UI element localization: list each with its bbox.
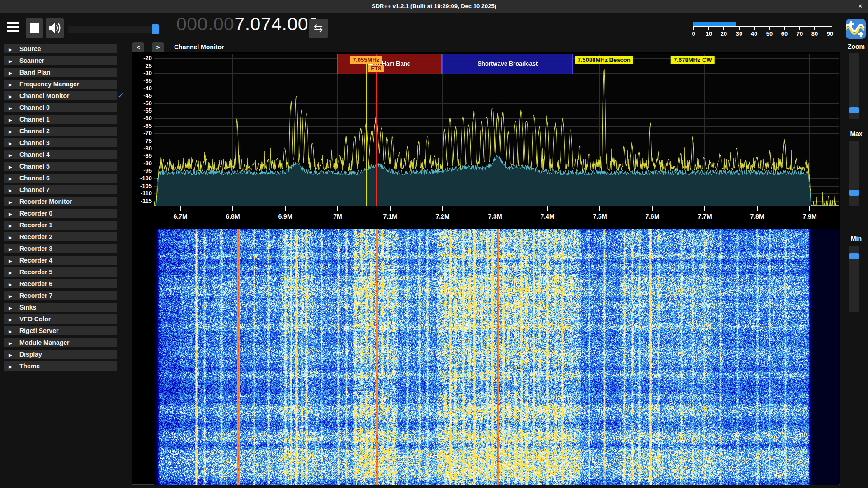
sidebar-item-channel-6[interactable]: ▶Channel 6 xyxy=(4,174,117,183)
volume-slider-handle[interactable] xyxy=(152,24,159,34)
sidebar-item-rigctl-server[interactable]: ▶Rigctl Server xyxy=(4,326,117,335)
freq-tick-label: 7.6M xyxy=(639,213,666,220)
sidebar-item-recorder-5[interactable]: ▶Recorder 5 xyxy=(4,267,117,277)
frequency-display[interactable]: 000.007.074.000 xyxy=(176,14,319,37)
sidebar-item-recorder-7[interactable]: ▶Recorder 7 xyxy=(4,291,117,300)
sidebar-item-channel-7[interactable]: ▶Channel 7 xyxy=(4,185,117,194)
sidebar-item-sinks[interactable]: ▶Sinks xyxy=(4,303,117,312)
snr-meter-axis xyxy=(693,26,832,27)
speaker-icon xyxy=(46,18,64,38)
db-tick-label: -65 xyxy=(133,122,152,129)
sidebar-item-label: Recorder 3 xyxy=(19,245,52,252)
sidebar-item-channel-monitor[interactable]: ▶Channel Monitor xyxy=(4,91,117,100)
expand-arrow-icon: ▶ xyxy=(9,163,15,172)
snr-meter-bar xyxy=(693,22,736,26)
db-tick-label: -50 xyxy=(133,100,152,107)
menu-forward-button[interactable]: > xyxy=(152,42,164,52)
frequency-main-digits[interactable]: 7.074.000 xyxy=(234,14,319,34)
sidebar-item-scanner[interactable]: ▶Scanner xyxy=(4,56,117,65)
sidebar-item-source[interactable]: ▶Source xyxy=(4,44,117,53)
sidebar-item-recorder-0[interactable]: ▶Recorder 0 xyxy=(4,209,117,218)
sidebar-item-theme[interactable]: ▶Theme xyxy=(4,361,117,371)
db-tick-label: -85 xyxy=(133,152,152,159)
bookmark-tag-7-5088mhz-beacon[interactable]: 7.5088MHz Beacon xyxy=(575,56,633,64)
freq-tick xyxy=(757,206,758,211)
snr-tick xyxy=(784,26,785,30)
sidebar-item-label: Theme xyxy=(19,362,40,370)
freq-tick-label: 6.7M xyxy=(167,213,194,220)
db-tick-label: -105 xyxy=(133,183,152,189)
sidebar-item-recorder-3[interactable]: ▶Recorder 3 xyxy=(4,244,117,253)
sidebar-item-label: Module Manager xyxy=(19,339,69,346)
sidebar-item-label: Channel 2 xyxy=(19,127,50,135)
db-tick-label: -45 xyxy=(133,92,152,99)
db-tick-label: -55 xyxy=(133,107,152,114)
db-tick-label: -20 xyxy=(133,55,152,61)
sidebar-item-channel-2[interactable]: ▶Channel 2 xyxy=(4,127,117,136)
freq-tick-label: 7.2M xyxy=(429,213,456,220)
band-shortwave-broadcast: Shortwave Broadcast xyxy=(442,54,573,74)
sidebar-item-channel-1[interactable]: ▶Channel 1 xyxy=(4,115,117,124)
sidebar-item-label: VFO Color xyxy=(19,315,51,323)
sidebar-item-recorder-2[interactable]: ▶Recorder 2 xyxy=(4,232,117,241)
sidebar-item-label: Recorder 4 xyxy=(19,257,52,264)
sidebar-item-label: Display xyxy=(19,351,42,358)
snr-tick xyxy=(814,26,815,30)
menu-back-button[interactable]: < xyxy=(132,42,144,52)
min-slider-handle[interactable] xyxy=(849,253,859,259)
zoom-slider-handle[interactable] xyxy=(849,107,859,113)
sidebar-item-vfo-color[interactable]: ▶VFO Color xyxy=(4,314,117,324)
max-slider-handle[interactable] xyxy=(849,190,859,196)
sdrpp-logo-icon[interactable] xyxy=(846,19,866,39)
max-label: Max xyxy=(844,130,868,137)
db-tick-label: -95 xyxy=(133,167,152,174)
sidebar-item-display[interactable]: ▶Display xyxy=(4,350,117,359)
sidebar-item-module-manager[interactable]: ▶Module Manager xyxy=(4,338,117,347)
close-icon[interactable]: ✕ xyxy=(853,0,868,13)
sidebar-item-channel-3[interactable]: ▶Channel 3 xyxy=(4,138,117,147)
expand-arrow-icon: ▶ xyxy=(9,116,15,125)
sidebar-item-band-plan[interactable]: ▶Band Plan xyxy=(4,68,117,77)
vfo-line[interactable] xyxy=(376,54,377,206)
expand-arrow-icon: ▶ xyxy=(9,45,15,54)
db-tick-label: -40 xyxy=(133,85,152,92)
spectrum-plot[interactable]: 40m Ham BandShortwave Broadcast 7.055MHz… xyxy=(154,54,839,206)
bookmark-tag-7-678mhz-cw[interactable]: 7.678MHz CW xyxy=(671,56,715,64)
sidebar-item-recorder-6[interactable]: ▶Recorder 6 xyxy=(4,279,117,288)
frequency-dim-digits[interactable]: 000.00 xyxy=(176,14,234,34)
mute-button[interactable] xyxy=(46,18,64,38)
sidebar-item-frequency-manager[interactable]: ▶Frequency Manager xyxy=(4,80,117,89)
sidebar-item-recorder-monitor[interactable]: ▶Recorder Monitor xyxy=(4,197,117,206)
bookmark-tag-7-055mhz[interactable]: 7.055MHz xyxy=(350,56,382,64)
module-sidebar: ▶Source▶Scanner▶Band Plan▶Frequency Mana… xyxy=(0,41,131,375)
menu-button[interactable] xyxy=(6,21,20,34)
stop-button[interactable] xyxy=(26,18,43,38)
waterfall-canvas[interactable] xyxy=(154,229,839,485)
expand-arrow-icon: ▶ xyxy=(9,233,15,242)
zoom-label: Zoom xyxy=(844,43,868,50)
sidebar-item-label: Channel 1 xyxy=(19,116,50,123)
sidebar-item-label: Recorder 0 xyxy=(19,210,52,217)
sidebar-item-label: Channel 3 xyxy=(19,139,50,146)
snr-tick-label: 20 xyxy=(717,30,731,37)
fft-canvas[interactable] xyxy=(154,54,839,206)
enabled-check-icon[interactable]: ✓ xyxy=(118,91,127,101)
swap-button[interactable]: ⇆ xyxy=(309,19,328,38)
bookmark-tag-ft8[interactable]: FT8 xyxy=(368,65,384,72)
freq-tick xyxy=(390,206,391,211)
freq-tick xyxy=(442,206,443,211)
sidebar-item-channel-4[interactable]: ▶Channel 4 xyxy=(4,150,117,159)
sidebar-item-label: Channel 4 xyxy=(19,151,50,158)
volume-slider[interactable] xyxy=(68,26,160,33)
sidebar-item-recorder-4[interactable]: ▶Recorder 4 xyxy=(4,256,117,265)
max-slider[interactable] xyxy=(849,141,859,206)
expand-arrow-icon: ▶ xyxy=(9,221,15,230)
sidebar-item-channel-0[interactable]: ▶Channel 0 xyxy=(4,103,117,112)
sidebar-item-label: Channel 0 xyxy=(19,104,50,111)
sidebar-item-label: Sinks xyxy=(19,304,36,311)
sidebar-item-recorder-1[interactable]: ▶Recorder 1 xyxy=(4,221,117,230)
sidebar-item-channel-5[interactable]: ▶Channel 5 xyxy=(4,162,117,171)
expand-arrow-icon: ▶ xyxy=(9,186,15,195)
freq-tick-label: 7.4M xyxy=(534,213,561,220)
expand-arrow-icon: ▶ xyxy=(9,351,15,360)
